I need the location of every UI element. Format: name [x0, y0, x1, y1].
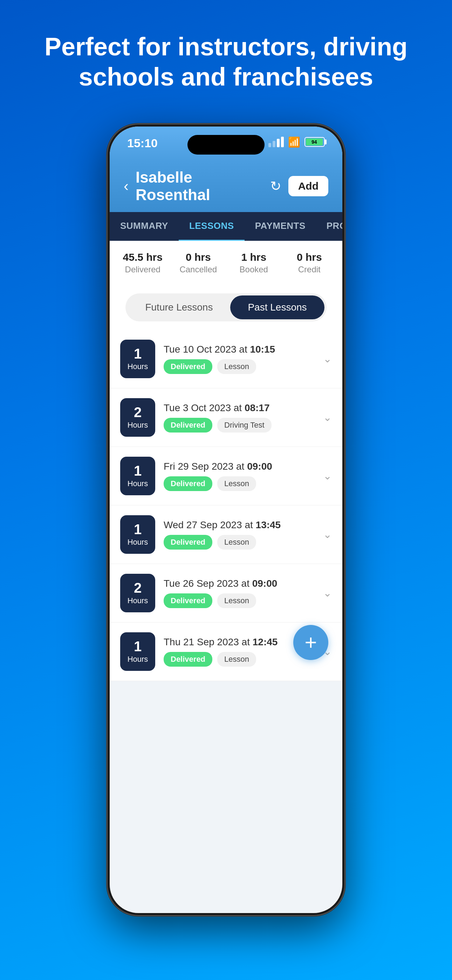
stat-credit-label: Credit [283, 265, 336, 274]
lesson-info: Fri 29 Sep 2023 at 09:00 Delivered Lesso… [164, 461, 315, 491]
lesson-date: Tue 26 Sep 2023 at 09:00 [164, 578, 315, 589]
wifi-icon: 📶 [288, 136, 300, 148]
stat-credit: 0 hrs Credit [283, 251, 336, 274]
add-button[interactable]: Add [288, 176, 328, 196]
lesson-date: Thu 21 Sep 2023 at 12:45 [164, 636, 315, 648]
stat-delivered-label: Delivered [117, 265, 169, 274]
lesson-hours-box: 1 Hours [120, 632, 155, 671]
stat-delivered-value: 45.5 hrs [117, 251, 169, 263]
stat-credit-value: 0 hrs [283, 251, 336, 263]
lesson-hours-box: 1 Hours [120, 457, 155, 495]
lesson-hours-box: 1 Hours [120, 515, 155, 554]
lesson-hours-label: Hours [127, 596, 148, 605]
lesson-row[interactable]: 1 Hours Fri 29 Sep 2023 at 09:00 Deliver… [110, 447, 342, 506]
delivered-badge: Delivered [164, 593, 212, 608]
toggle-container: Future Lessons Past Lessons [110, 285, 342, 330]
past-lessons-toggle[interactable]: Past Lessons [230, 296, 324, 319]
lesson-badges: Delivered Lesson [164, 476, 315, 491]
lesson-hours-box: 2 Hours [120, 574, 155, 612]
type-badge: Lesson [217, 359, 256, 374]
lesson-date: Tue 3 Oct 2023 at 08:17 [164, 402, 315, 414]
back-button[interactable]: ‹ [124, 179, 129, 194]
lesson-date: Wed 27 Sep 2023 at 13:45 [164, 519, 315, 531]
type-badge: Driving Test [217, 418, 272, 433]
refresh-button[interactable]: ↻ [270, 178, 282, 194]
lesson-info: Tue 3 Oct 2023 at 08:17 Delivered Drivin… [164, 402, 315, 433]
nav-tabs: SUMMARY LESSONS PAYMENTS PROGRESS P [110, 212, 342, 241]
app-header: ‹ Isabelle Rosenthal ↻ Add [110, 162, 342, 212]
lesson-info: Tue 26 Sep 2023 at 09:00 Delivered Lesso… [164, 578, 315, 608]
delivered-badge: Delivered [164, 418, 212, 433]
lesson-hours-num: 2 [134, 581, 142, 595]
chevron-down-icon: ⌄ [323, 587, 332, 599]
lesson-row[interactable]: 1 Hours Wed 27 Sep 2023 at 13:45 Deliver… [110, 506, 342, 564]
dynamic-island [188, 135, 264, 154]
phone-shell: 15:10 📶 94 ‹ Isabelle Rosenthal ↻ Add [107, 124, 345, 916]
lesson-hours-box: 2 Hours [120, 398, 155, 437]
phone-screen: 15:10 📶 94 ‹ Isabelle Rosenthal ↻ Add [110, 127, 342, 913]
lesson-row[interactable]: 2 Hours Tue 3 Oct 2023 at 08:17 Delivere… [110, 388, 342, 447]
stats-row: 45.5 hrs Delivered 0 hrs Cancelled 1 hrs… [110, 241, 342, 285]
lesson-badges: Delivered Driving Test [164, 418, 315, 433]
lesson-hours-label: Hours [127, 421, 148, 430]
lesson-badges: Delivered Lesson [164, 593, 315, 608]
lesson-info: Tue 10 Oct 2023 at 10:15 Delivered Lesso… [164, 344, 315, 374]
stat-booked: 1 hrs Booked [228, 251, 280, 274]
lesson-hours-label: Hours [127, 655, 148, 664]
type-badge: Lesson [217, 535, 256, 550]
lesson-hours-box: 1 Hours [120, 340, 155, 378]
lesson-hours-label: Hours [127, 479, 148, 488]
lesson-hours-num: 1 [134, 347, 142, 361]
future-lessons-toggle[interactable]: Future Lessons [127, 296, 230, 319]
stat-booked-value: 1 hrs [228, 251, 280, 263]
stat-booked-label: Booked [228, 265, 280, 274]
status-icons: 📶 94 [268, 136, 325, 148]
lesson-hours-num: 1 [134, 639, 142, 653]
status-time: 15:10 [127, 136, 158, 150]
lesson-date: Tue 10 Oct 2023 at 10:15 [164, 344, 315, 355]
chevron-down-icon: ⌄ [323, 353, 332, 365]
chevron-down-icon: ⌄ [323, 411, 332, 423]
lesson-badges: Delivered Lesson [164, 535, 315, 550]
lesson-badges: Delivered Lesson [164, 359, 315, 374]
lesson-row[interactable]: 1 Hours Tue 10 Oct 2023 at 10:15 Deliver… [110, 330, 342, 388]
chevron-down-icon: ⌄ [323, 470, 332, 482]
delivered-badge: Delivered [164, 535, 212, 550]
lesson-date: Fri 29 Sep 2023 at 09:00 [164, 461, 315, 472]
lesson-info: Thu 21 Sep 2023 at 12:45 Delivered Lesso… [164, 636, 315, 667]
battery-icon: 94 [304, 137, 325, 147]
type-badge: Lesson [217, 476, 256, 491]
delivered-badge: Delivered [164, 359, 212, 374]
toggle-group: Future Lessons Past Lessons [126, 293, 326, 321]
type-badge: Lesson [217, 652, 256, 667]
stat-cancelled-label: Cancelled [172, 265, 224, 274]
lesson-hours-num: 1 [134, 522, 142, 536]
chevron-down-icon: ⌄ [323, 528, 332, 541]
delivered-badge: Delivered [164, 476, 212, 491]
fab-button[interactable]: + [293, 625, 328, 660]
lesson-hours-label: Hours [127, 538, 148, 547]
lesson-row[interactable]: 2 Hours Tue 26 Sep 2023 at 09:00 Deliver… [110, 564, 342, 622]
status-bar: 15:10 📶 94 [110, 127, 342, 162]
tab-payments[interactable]: PAYMENTS [245, 212, 316, 241]
lesson-info: Wed 27 Sep 2023 at 13:45 Delivered Lesso… [164, 519, 315, 550]
stat-cancelled-value: 0 hrs [172, 251, 224, 263]
type-badge: Lesson [217, 593, 256, 608]
lesson-hours-num: 2 [134, 405, 142, 419]
tab-lessons[interactable]: LESSONS [179, 212, 245, 241]
lesson-badges: Delivered Lesson [164, 652, 315, 667]
tab-summary[interactable]: SUMMARY [110, 212, 179, 241]
headline: Perfect for instructors, driving schools… [0, 32, 452, 92]
lessons-list: 1 Hours Tue 10 Oct 2023 at 10:15 Deliver… [110, 330, 342, 681]
tab-progress[interactable]: PROGRESS [316, 212, 342, 241]
stat-cancelled: 0 hrs Cancelled [172, 251, 224, 274]
page-title: Isabelle Rosenthal [135, 169, 263, 204]
signal-bars-icon [268, 137, 284, 147]
lesson-hours-num: 1 [134, 464, 142, 478]
delivered-badge: Delivered [164, 652, 212, 667]
phone-wrapper: 15:10 📶 94 ‹ Isabelle Rosenthal ↻ Add [107, 124, 345, 930]
stat-delivered: 45.5 hrs Delivered [117, 251, 169, 274]
lesson-hours-label: Hours [127, 362, 148, 371]
